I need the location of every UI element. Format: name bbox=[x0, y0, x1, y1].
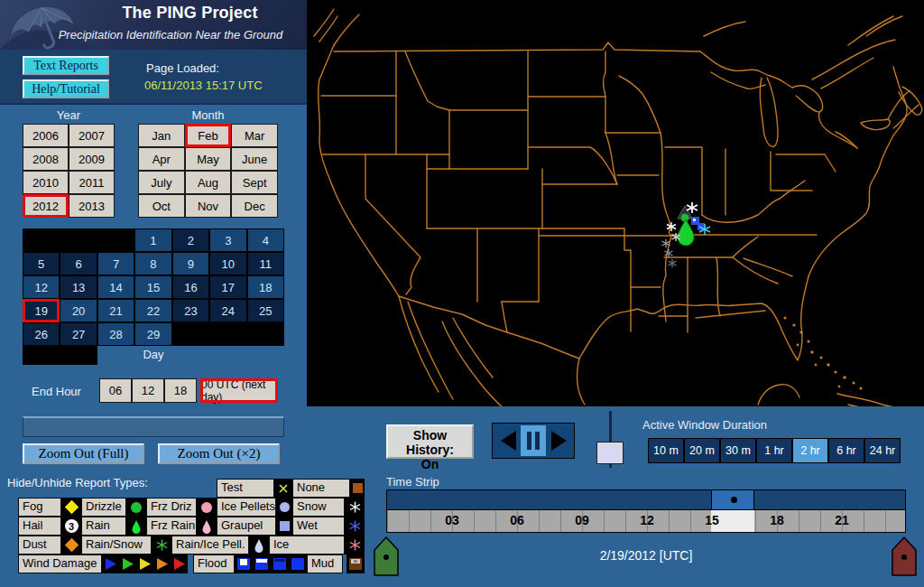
day-button[interactable]: 15 bbox=[134, 275, 171, 299]
month-button[interactable]: Nov bbox=[185, 194, 232, 218]
zoom-out-full-button[interactable]: Zoom Out (Full) bbox=[23, 443, 144, 464]
month-button-selected[interactable]: Feb bbox=[185, 124, 232, 147]
day-button[interactable]: 4 bbox=[247, 228, 284, 252]
month-button[interactable]: Sept bbox=[231, 171, 278, 194]
duration-button-selected[interactable]: 2 hr bbox=[792, 438, 828, 463]
end-hour-button-selected[interactable]: 00 UTC (next day) bbox=[200, 378, 278, 403]
day-button[interactable]: 24 bbox=[209, 299, 246, 322]
show-history-button[interactable]: Show History: On bbox=[386, 424, 474, 459]
day-button[interactable]: 1 bbox=[134, 228, 171, 252]
day-button[interactable]: 10 bbox=[209, 252, 246, 275]
report-toggle-dust[interactable]: Dust bbox=[18, 536, 61, 554]
speed-slider-handle[interactable] bbox=[596, 442, 624, 464]
day-button[interactable]: 13 bbox=[60, 275, 97, 299]
day-button[interactable]: 17 bbox=[209, 275, 246, 299]
report-toggle-rain-snow[interactable]: Rain/Snow bbox=[81, 536, 152, 554]
day-button[interactable]: 29 bbox=[134, 322, 171, 346]
report-toggle-wind-damage[interactable]: Wind Damage bbox=[18, 554, 102, 573]
step-back-button[interactable] bbox=[496, 431, 520, 451]
year-button[interactable]: 2010 bbox=[23, 171, 69, 194]
report-toggle-rain[interactable]: Rain bbox=[81, 517, 126, 536]
month-button[interactable]: July bbox=[138, 171, 185, 194]
report-toggle-snow[interactable]: Snow bbox=[292, 498, 345, 517]
report-toggle-ice-pellets[interactable]: Ice Pellets bbox=[217, 498, 276, 517]
year-button-selected[interactable]: 2012 bbox=[23, 194, 69, 218]
day-button[interactable]: 11 bbox=[247, 252, 284, 275]
active-window-highlight[interactable] bbox=[711, 490, 754, 509]
month-button[interactable]: Mar bbox=[231, 124, 278, 147]
duration-button[interactable]: 10 m bbox=[648, 438, 684, 463]
year-button[interactable]: 2013 bbox=[69, 194, 115, 218]
report-toggle-drizzle[interactable]: Drizzle bbox=[81, 498, 126, 517]
month-button[interactable]: June bbox=[231, 147, 278, 171]
current-time-dot bbox=[731, 497, 737, 503]
month-button[interactable]: Oct bbox=[138, 194, 185, 218]
year-button[interactable]: 2011 bbox=[69, 171, 115, 194]
text-reports-button[interactable]: Text Reports bbox=[23, 56, 109, 75]
day-button[interactable]: 18 bbox=[247, 275, 284, 299]
year-button[interactable]: 2008 bbox=[23, 147, 69, 171]
day-button[interactable]: 9 bbox=[172, 252, 209, 275]
time-strip-activity-band[interactable] bbox=[386, 489, 906, 510]
end-hour-button[interactable]: 06 bbox=[99, 378, 132, 403]
day-button[interactable]: 5 bbox=[23, 252, 60, 275]
report-toggle-graupel[interactable]: Graupel bbox=[217, 517, 276, 536]
time-strip-hour-band[interactable]: 03 06 09 12 15 18 21 bbox=[386, 510, 906, 533]
report-toggle-rain-ice-pell[interactable]: Rain/Ice Pell. bbox=[171, 536, 249, 554]
day-button[interactable]: 7 bbox=[97, 252, 134, 275]
day-button[interactable]: 25 bbox=[247, 299, 284, 322]
month-button[interactable]: Aug bbox=[185, 171, 232, 194]
report-toggle-ice-pell-snow[interactable]: Ice Pell./Snow bbox=[269, 536, 345, 554]
day-button[interactable]: 2 bbox=[172, 228, 209, 252]
day-button[interactable]: 27 bbox=[60, 322, 97, 346]
month-button[interactable]: May bbox=[185, 147, 232, 171]
duration-button[interactable]: 30 m bbox=[720, 438, 756, 463]
report-types-label: Hide/Unhide Report Types: bbox=[7, 476, 148, 489]
us-precipitation-map[interactable] bbox=[307, 0, 924, 406]
report-toggle-frz-driz[interactable]: Frz Driz bbox=[146, 498, 197, 517]
ice-pell-snow-drop-icon bbox=[249, 536, 269, 554]
zoom-out-x2-button[interactable]: Zoom Out (×2) bbox=[158, 443, 280, 464]
hour-tick-label: 18 bbox=[764, 513, 790, 527]
duration-button[interactable]: 6 hr bbox=[828, 438, 864, 463]
duration-button[interactable]: 24 hr bbox=[864, 438, 901, 463]
day-button[interactable]: 14 bbox=[97, 275, 134, 299]
report-toggle-hail[interactable]: Hail bbox=[18, 517, 61, 536]
day-button[interactable]: 21 bbox=[97, 299, 134, 322]
day-button[interactable]: 8 bbox=[134, 252, 171, 275]
month-button[interactable]: Dec bbox=[231, 194, 278, 218]
year-button[interactable]: 2006 bbox=[23, 124, 69, 147]
year-button[interactable]: 2007 bbox=[69, 124, 115, 147]
report-toggle-fog[interactable]: Fog bbox=[18, 498, 61, 517]
help-tutorial-button[interactable]: Help/Tutorial bbox=[23, 79, 109, 98]
end-hour-button[interactable]: 18 bbox=[164, 378, 197, 403]
report-toggle-test[interactable]: Test bbox=[217, 479, 274, 498]
year-button[interactable]: 2009 bbox=[69, 147, 115, 171]
day-button[interactable]: 28 bbox=[97, 322, 134, 346]
day-button[interactable]: 12 bbox=[23, 275, 60, 299]
day-button[interactable]: 23 bbox=[172, 299, 209, 322]
day-button-selected[interactable]: 19 bbox=[23, 299, 60, 322]
duration-button[interactable]: 1 hr bbox=[756, 438, 792, 463]
ice-pellets-circle-icon bbox=[197, 498, 217, 517]
report-toggle-flood[interactable]: Flood bbox=[193, 554, 235, 573]
month-button[interactable]: Apr bbox=[138, 147, 185, 171]
end-hour-button[interactable]: 12 bbox=[132, 378, 164, 403]
wind-f2-triangle-icon bbox=[136, 554, 153, 573]
year-grid: 2006 2007 2008 2009 2010 2011 2012 2013 bbox=[23, 124, 115, 218]
page-loaded-label: Page Loaded: bbox=[146, 61, 219, 75]
report-toggle-wet-snow[interactable]: Wet Snow bbox=[292, 517, 345, 536]
day-button[interactable]: 3 bbox=[209, 228, 246, 252]
report-toggle-mud[interactable]: Mud bbox=[307, 554, 343, 573]
day-button[interactable]: 6 bbox=[60, 252, 97, 275]
day-button[interactable]: 20 bbox=[60, 299, 97, 322]
month-button[interactable]: Jan bbox=[138, 124, 185, 147]
day-button[interactable]: 16 bbox=[172, 275, 209, 299]
report-toggle-none[interactable]: None bbox=[292, 479, 350, 498]
day-button[interactable]: 26 bbox=[23, 322, 60, 346]
report-toggle-frz-rain[interactable]: Frz Rain bbox=[146, 517, 197, 536]
day-button[interactable]: 22 bbox=[134, 299, 171, 322]
step-forward-button[interactable] bbox=[547, 431, 570, 451]
duration-button[interactable]: 20 m bbox=[684, 438, 720, 463]
pause-button[interactable] bbox=[521, 425, 546, 456]
